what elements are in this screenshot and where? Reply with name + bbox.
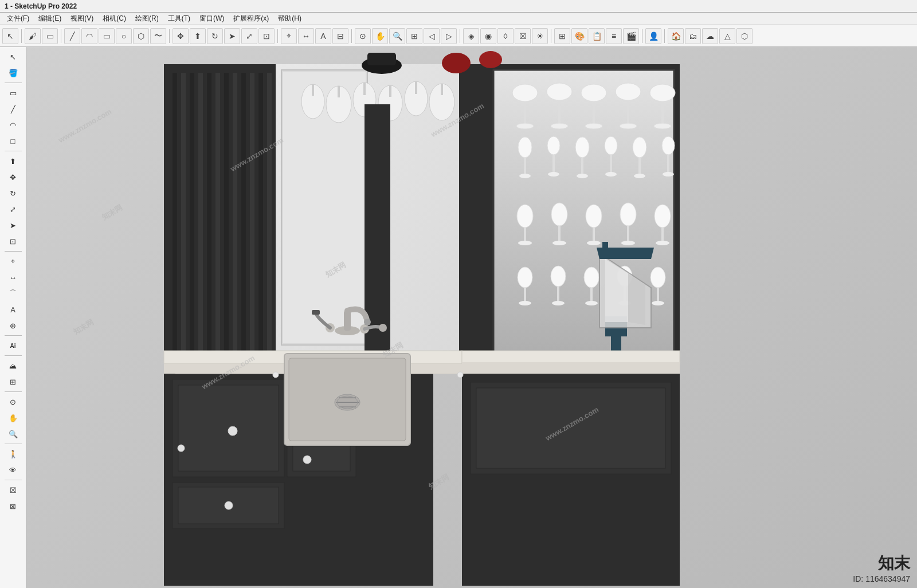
user-btn[interactable]: 👤 <box>645 28 661 44</box>
svg-rect-75 <box>593 228 595 242</box>
left-select[interactable]: ↖ <box>3 49 23 64</box>
tape-btn[interactable]: ⌖ <box>281 28 297 44</box>
svg-point-113 <box>225 501 233 509</box>
left-scale[interactable]: ⤢ <box>3 202 23 217</box>
arc-btn[interactable]: ◠ <box>81 28 97 44</box>
svg-point-136 <box>457 372 463 378</box>
circle-btn[interactable]: ○ <box>116 28 132 44</box>
left-walk[interactable]: 🚶 <box>3 446 23 461</box>
svg-point-106 <box>228 426 237 436</box>
share-btn[interactable]: △ <box>719 28 735 44</box>
svg-point-80 <box>655 205 671 228</box>
left-pan[interactable]: ✋ <box>3 410 23 425</box>
cloud-btn[interactable]: ☁ <box>702 28 718 44</box>
left-shape[interactable]: □ <box>3 134 23 148</box>
push-pull-btn[interactable]: ⬆ <box>190 28 206 44</box>
scenes-btn[interactable]: 🎬 <box>623 28 639 44</box>
shadow-btn[interactable]: ☀ <box>532 28 548 44</box>
left-zoom[interactable]: 🔍 <box>3 426 23 441</box>
left-dimension[interactable]: ↔ <box>3 270 23 285</box>
layers-btn[interactable]: ≡ <box>606 28 622 44</box>
left-tape[interactable]: ⌖ <box>3 254 23 269</box>
left-backedge[interactable]: ⊠ <box>3 499 23 513</box>
svg-point-35 <box>512 84 538 101</box>
left-xray[interactable]: ☒ <box>3 483 23 497</box>
rotate-btn[interactable]: ↻ <box>207 28 223 44</box>
zoom-btn[interactable]: 🔍 <box>389 28 405 44</box>
left-rotate[interactable]: ↻ <box>3 186 23 201</box>
menu-camera[interactable]: 相机(C) <box>98 14 131 23</box>
menu-help[interactable]: 帮助(H) <box>273 14 306 23</box>
select-tool-btn[interactable]: ↖ <box>2 28 18 44</box>
left-axis[interactable]: ⊕ <box>3 318 23 333</box>
offset-btn[interactable]: ⊡ <box>258 28 275 44</box>
polygon-btn[interactable]: ⬡ <box>133 28 149 44</box>
left-protractor[interactable]: ⌒ <box>3 286 23 301</box>
style3-btn[interactable]: ◊ <box>497 28 514 44</box>
left-arc[interactable]: ◠ <box>3 117 23 132</box>
svg-point-77 <box>620 203 636 226</box>
section-btn[interactable]: ⊟ <box>332 28 348 44</box>
left-sep-1 <box>5 83 22 83</box>
scale-btn[interactable]: ⤢ <box>241 28 257 44</box>
style2-btn[interactable]: ◉ <box>480 28 496 44</box>
left-sandbox1[interactable]: ⛰ <box>3 358 23 373</box>
left-sandbox2[interactable]: ⊞ <box>3 374 23 389</box>
left-paint[interactable]: 🪣 <box>3 65 23 80</box>
left-lookat[interactable]: 👁 <box>3 462 23 477</box>
menu-extensions[interactable]: 扩展程序(x) <box>229 14 273 23</box>
paint-btn[interactable]: 🖌 <box>25 28 41 44</box>
svg-point-64 <box>634 174 645 178</box>
rect-btn[interactable]: ▭ <box>99 28 115 44</box>
svg-rect-3 <box>173 73 177 365</box>
text-btn[interactable]: A <box>315 28 331 44</box>
svg-point-135 <box>273 372 279 378</box>
erase-btn[interactable]: ▭ <box>42 28 58 44</box>
home-btn[interactable]: 🏠 <box>668 28 684 44</box>
prev-view-btn[interactable]: ◁ <box>424 28 440 44</box>
zoom-extents-btn[interactable]: ⊞ <box>406 28 422 44</box>
left-followme[interactable]: ➤ <box>3 218 23 233</box>
svg-point-83 <box>518 267 532 288</box>
model-btn[interactable]: 🗂 <box>685 28 701 44</box>
orbit-btn[interactable]: ⊙ <box>355 28 371 44</box>
left-erase[interactable]: ▭ <box>3 85 23 100</box>
scene-canvas[interactable]: www.znzmo.com 知末网 www.znzmo.com 知末网 www.… <box>26 47 917 588</box>
svg-point-38 <box>547 83 572 100</box>
styles-btn[interactable]: 📋 <box>589 28 605 44</box>
svg-rect-7 <box>207 73 211 365</box>
materials-btn[interactable]: 🎨 <box>571 28 587 44</box>
menu-draw[interactable]: 绘图(R) <box>131 14 163 23</box>
svg-rect-10 <box>233 73 237 365</box>
components-btn[interactable]: ⊞ <box>554 28 570 44</box>
menu-tools[interactable]: 工具(T) <box>163 14 195 23</box>
left-orbit[interactable]: ⊙ <box>3 394 23 409</box>
menu-file[interactable]: 文件(F) <box>2 14 34 23</box>
toolbar-sep-4 <box>277 29 278 43</box>
left-line[interactable]: ╱ <box>3 101 23 116</box>
left-text[interactable]: A <box>3 302 23 317</box>
line-btn[interactable]: ╱ <box>64 28 80 44</box>
pan-btn[interactable]: ✋ <box>372 28 388 44</box>
menu-view[interactable]: 视图(V) <box>66 14 98 23</box>
export-btn[interactable]: ⬡ <box>736 28 753 44</box>
left-ai[interactable]: Ai <box>3 338 23 353</box>
svg-rect-84 <box>524 288 526 302</box>
left-move[interactable]: ✥ <box>3 170 23 185</box>
move-btn[interactable]: ✥ <box>173 28 189 44</box>
xray-btn[interactable]: ☒ <box>515 28 531 44</box>
toolbar-sep-9 <box>664 29 665 43</box>
next-view-btn[interactable]: ▷ <box>441 28 457 44</box>
svg-point-50 <box>518 137 532 158</box>
left-offset[interactable]: ⊡ <box>3 234 23 249</box>
style1-btn[interactable]: ◈ <box>463 28 479 44</box>
menu-window[interactable]: 窗口(W) <box>195 14 229 23</box>
viewport-3d[interactable]: www.znzmo.com 知末网 www.znzmo.com 知末网 www.… <box>26 47 917 588</box>
dimension-btn[interactable]: ↔ <box>298 28 314 44</box>
toolbar-sep-1 <box>21 29 22 43</box>
menu-edit[interactable]: 编辑(E) <box>34 14 66 23</box>
left-pushpull[interactable]: ⬆ <box>3 154 23 168</box>
svg-point-52 <box>519 174 531 178</box>
follow-me-btn[interactable]: ➤ <box>224 28 240 44</box>
freehand-btn[interactable]: 〜 <box>150 28 166 44</box>
